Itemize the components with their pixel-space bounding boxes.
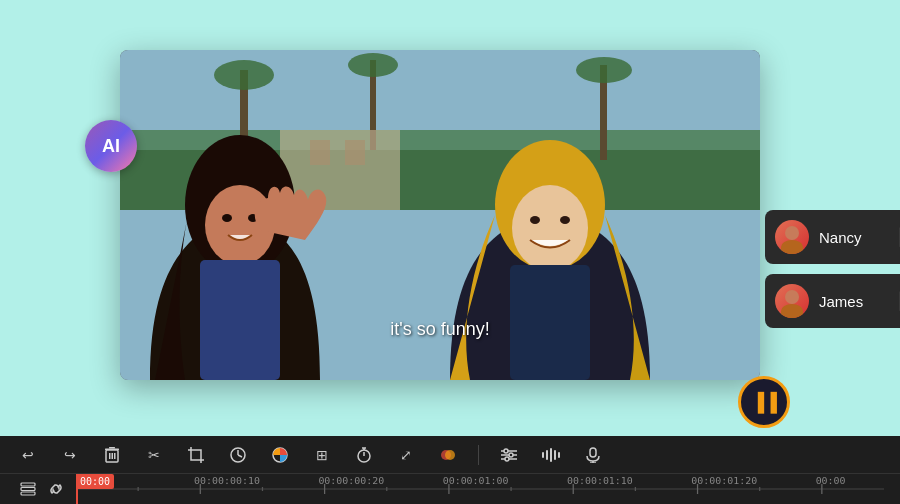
layers-button[interactable] [16, 477, 40, 501]
toolbar-divider-1 [478, 445, 479, 465]
svg-rect-57 [21, 483, 35, 486]
svg-rect-23 [109, 453, 111, 459]
svg-rect-50 [546, 450, 548, 460]
svg-text:00:00:01:20: 00:00:01:20 [691, 477, 757, 486]
speaker-avatar-nancy [775, 220, 809, 254]
svg-rect-53 [558, 452, 560, 458]
svg-rect-28 [191, 450, 201, 460]
video-subtitle: it's so funny! [390, 319, 489, 340]
svg-point-14 [222, 214, 232, 222]
expand-button[interactable]: ⤢ [394, 443, 418, 467]
svg-text:00:00:00:10: 00:00:00:10 [194, 477, 260, 486]
svg-rect-27 [109, 447, 115, 449]
svg-text:00:00: 00:00 [816, 477, 846, 486]
color-button[interactable] [268, 443, 292, 467]
svg-rect-11 [345, 140, 365, 165]
audio-button[interactable] [539, 443, 563, 467]
svg-rect-54 [590, 448, 596, 457]
timer-button[interactable] [352, 443, 376, 467]
floating-ai-button[interactable]: ▐▐ [738, 376, 790, 428]
toolbar: ↩ ↪ ✂ [0, 436, 900, 504]
svg-point-42 [445, 450, 455, 460]
redo-button[interactable]: ↪ [58, 443, 82, 467]
svg-rect-51 [550, 448, 552, 462]
svg-point-46 [504, 449, 508, 453]
toolbar-bottom: 00:00 00:00:00:10 [0, 474, 900, 504]
svg-point-4 [214, 60, 274, 90]
svg-point-48 [505, 457, 509, 461]
crop-button[interactable] [184, 443, 208, 467]
svg-line-35 [238, 455, 242, 457]
cut-button[interactable]: ✂ [142, 443, 166, 467]
filter-button[interactable] [497, 443, 521, 467]
speaker-panel-james[interactable]: James ▐▐▐ [765, 274, 900, 328]
voice-button[interactable] [581, 443, 605, 467]
svg-text:00:00:00:20: 00:00:00:20 [318, 477, 384, 486]
waveform-icon-nancy: ▐▐▐ [894, 228, 900, 246]
svg-rect-52 [554, 450, 556, 460]
toolbar-top: ↩ ↪ ✂ [0, 436, 900, 474]
svg-point-8 [576, 57, 632, 83]
svg-point-20 [560, 216, 570, 224]
video-frame: it's so funny! [120, 50, 760, 380]
video-container: it's so funny! Nancy ▐▐▐ James ▐▐▐ [120, 50, 760, 380]
timeline-ticks: 00:00:00:10 00:00:00:20 00:00:01:00 00:0… [76, 474, 884, 504]
svg-point-6 [348, 53, 398, 77]
svg-rect-10 [310, 140, 330, 165]
speaker-name-nancy: Nancy [819, 229, 884, 246]
svg-rect-21 [510, 265, 590, 380]
svg-text:00:00:01:00: 00:00:01:00 [443, 477, 509, 486]
svg-point-47 [509, 453, 513, 457]
delete-button[interactable] [100, 443, 124, 467]
svg-text:00:00:01:10: 00:00:01:10 [567, 477, 633, 486]
undo-button[interactable]: ↩ [16, 443, 40, 467]
svg-rect-49 [542, 452, 544, 458]
blend-button[interactable] [436, 443, 460, 467]
svg-rect-24 [112, 453, 114, 459]
svg-point-19 [530, 216, 540, 224]
ai-edit-icon: ▐▐ [751, 392, 777, 413]
speaker-avatar-james [775, 284, 809, 318]
svg-point-18 [512, 185, 588, 271]
svg-rect-59 [21, 492, 35, 495]
timeline-ruler[interactable]: 00:00 00:00:00:10 [76, 474, 884, 504]
svg-rect-16 [200, 260, 280, 380]
svg-rect-58 [21, 488, 35, 491]
speaker-name-james: James [819, 293, 884, 310]
speed-button[interactable] [226, 443, 250, 467]
transform-button[interactable]: ⊞ [310, 443, 334, 467]
svg-rect-25 [114, 453, 116, 459]
link-button[interactable] [44, 477, 68, 501]
ai-badge: AI [85, 120, 137, 172]
speaker-panel-nancy[interactable]: Nancy ▐▐▐ [765, 210, 900, 264]
waveform-icon-james: ▐▐▐ [894, 292, 900, 310]
svg-rect-26 [105, 448, 119, 450]
current-timecode: 00:00 [76, 474, 114, 489]
